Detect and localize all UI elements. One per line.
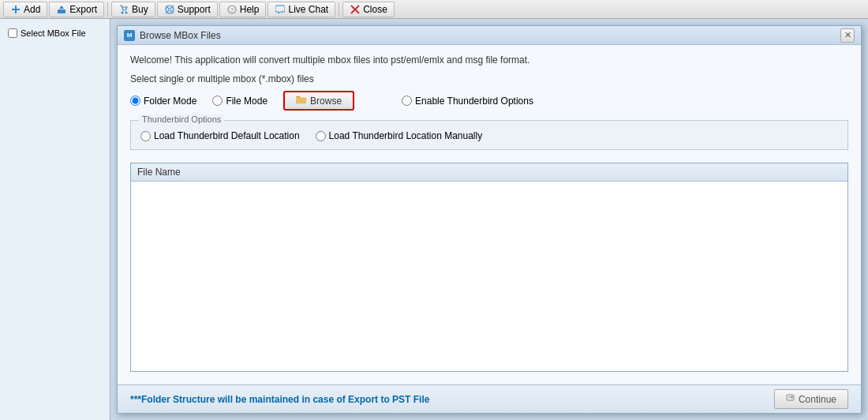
select-mbox-checkbox[interactable] bbox=[8, 28, 17, 38]
dialog-footer: ***Folder Structure will be maintained i… bbox=[118, 384, 861, 413]
file-table-body bbox=[131, 182, 847, 371]
add-icon bbox=[10, 4, 21, 15]
support-icon bbox=[164, 4, 175, 15]
folder-mode-radio[interactable] bbox=[130, 96, 140, 106]
folder-mode-label: Folder Mode bbox=[144, 96, 196, 107]
sidebar-item-select-mbox[interactable]: Select MBox File bbox=[3, 25, 107, 41]
dialog-overlay: M Browse MBox Files ✕ Welcome! This appl… bbox=[110, 19, 868, 420]
svg-marker-3 bbox=[59, 6, 64, 9]
dialog-close-button[interactable]: ✕ bbox=[840, 28, 855, 43]
file-name-column-header: File Name bbox=[137, 167, 181, 178]
select-label: Select single or multiple mbox (*.mbox) … bbox=[130, 73, 848, 84]
buy-icon bbox=[118, 4, 129, 15]
default-location-option[interactable]: Load Thunderbird Default Location bbox=[140, 130, 300, 141]
folder-mode-option[interactable]: Folder Mode bbox=[130, 96, 196, 107]
add-label: Add bbox=[24, 4, 40, 15]
file-mode-option[interactable]: File Mode bbox=[212, 96, 268, 107]
svg-rect-1 bbox=[12, 9, 20, 10]
manual-location-label: Load Thunderbird Location Manually bbox=[329, 130, 483, 141]
svg-text:?: ? bbox=[230, 6, 234, 13]
live-chat-label: Live Chat bbox=[288, 4, 328, 15]
buy-label: Buy bbox=[132, 4, 148, 15]
sidebar-item-label: Select MBox File bbox=[21, 28, 86, 38]
svg-point-4 bbox=[122, 11, 124, 13]
dialog-content: Welcome! This application will convert m… bbox=[118, 45, 861, 384]
export-icon bbox=[56, 4, 67, 15]
continue-label: Continue bbox=[799, 394, 836, 405]
continue-button[interactable]: Continue bbox=[774, 389, 848, 409]
enable-thunderbird-radio[interactable] bbox=[402, 96, 412, 106]
buy-button[interactable]: Buy bbox=[111, 2, 155, 17]
close-icon bbox=[350, 4, 361, 15]
footer-notice: ***Folder Structure will be maintained i… bbox=[130, 394, 429, 405]
close-button[interactable]: Close bbox=[342, 2, 395, 17]
separator-1 bbox=[107, 2, 108, 17]
svg-rect-2 bbox=[58, 9, 65, 13]
export-label: Export bbox=[69, 4, 97, 15]
mode-selection-row: Folder Mode File Mode Browse bbox=[130, 91, 848, 111]
continue-icon bbox=[786, 393, 795, 405]
welcome-text: Welcome! This application will convert m… bbox=[130, 54, 848, 66]
thunderbird-options-group: Thunderbird Options Load Thunderbird Def… bbox=[130, 120, 848, 150]
thunderbird-options-row: Load Thunderbird Default Location Load T… bbox=[140, 130, 838, 141]
manual-location-radio[interactable] bbox=[316, 131, 326, 141]
file-mode-label: File Mode bbox=[226, 96, 268, 107]
dialog-icon: M bbox=[124, 30, 135, 41]
export-button[interactable]: Export bbox=[49, 2, 104, 17]
svg-rect-16 bbox=[296, 97, 306, 103]
dialog-title-area: M Browse MBox Files bbox=[124, 30, 221, 41]
enable-thunderbird-label: Enable Thunderbird Options bbox=[415, 96, 533, 107]
help-button[interactable]: ? Help bbox=[219, 2, 267, 17]
file-mode-radio[interactable] bbox=[212, 96, 223, 106]
browse-mbox-dialog: M Browse MBox Files ✕ Welcome! This appl… bbox=[117, 25, 862, 414]
toolbar: Add Export Buy Support ? Help Live Chat bbox=[0, 0, 868, 19]
support-label: Support bbox=[178, 4, 211, 15]
file-name-table: File Name bbox=[130, 163, 848, 372]
file-table-header: File Name bbox=[131, 163, 847, 182]
svg-marker-19 bbox=[791, 396, 793, 399]
default-location-label: Load Thunderbird Default Location bbox=[154, 130, 300, 141]
separator-2 bbox=[339, 2, 339, 17]
svg-point-5 bbox=[125, 11, 128, 13]
live-chat-button[interactable]: Live Chat bbox=[268, 2, 335, 17]
enable-thunderbird-option[interactable]: Enable Thunderbird Options bbox=[402, 96, 533, 107]
close-label: Close bbox=[363, 4, 387, 15]
manual-location-option[interactable]: Load Thunderbird Location Manually bbox=[316, 130, 483, 141]
chat-icon bbox=[275, 4, 286, 15]
default-location-radio[interactable] bbox=[140, 131, 151, 141]
browse-folder-icon bbox=[296, 95, 307, 107]
svg-point-7 bbox=[168, 8, 171, 11]
dialog-title-text: Browse MBox Files bbox=[140, 30, 221, 41]
dialog-titlebar: M Browse MBox Files ✕ bbox=[118, 26, 861, 45]
thunderbird-options-legend: Thunderbird Options bbox=[139, 114, 224, 124]
browse-label: Browse bbox=[310, 96, 342, 107]
sidebar: Select MBox File bbox=[0, 19, 110, 420]
help-label: Help bbox=[240, 4, 260, 15]
help-icon: ? bbox=[226, 4, 238, 15]
browse-button[interactable]: Browse bbox=[283, 91, 354, 111]
add-button[interactable]: Add bbox=[3, 2, 47, 17]
support-button[interactable]: Support bbox=[157, 2, 218, 17]
